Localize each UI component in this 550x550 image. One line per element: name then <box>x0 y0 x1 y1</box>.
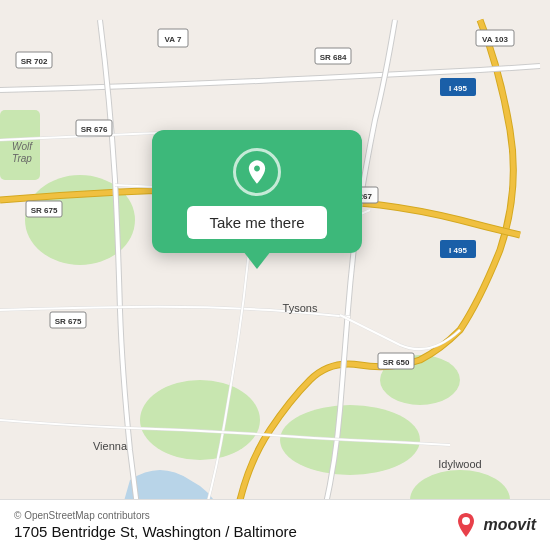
bottom-bar: © OpenStreetMap contributors 1705 Bentri… <box>0 499 550 550</box>
svg-text:SR 675: SR 675 <box>55 317 82 326</box>
svg-text:Trap: Trap <box>12 153 32 164</box>
svg-text:VA 7: VA 7 <box>165 35 182 44</box>
svg-text:Idylwood: Idylwood <box>438 458 481 470</box>
svg-point-33 <box>462 517 470 525</box>
svg-text:SR 675: SR 675 <box>31 206 58 215</box>
svg-text:I 495: I 495 <box>449 84 467 93</box>
svg-text:VA 103: VA 103 <box>482 35 508 44</box>
svg-text:Wolf: Wolf <box>12 141 33 152</box>
svg-text:SR 650: SR 650 <box>383 358 410 367</box>
take-me-there-button[interactable]: Take me there <box>187 206 326 239</box>
svg-text:SR 676: SR 676 <box>81 125 108 134</box>
moovit-logo: moovit <box>452 511 536 539</box>
address-text: 1705 Bentridge St, Washington / Baltimor… <box>14 523 297 540</box>
moovit-icon <box>452 511 480 539</box>
map-svg: I 495 I 495 VA 7 SR 702 SR 676 SR 684 <box>0 0 550 550</box>
svg-text:Tysons: Tysons <box>283 302 318 314</box>
svg-point-1 <box>140 380 260 460</box>
svg-text:SR 702: SR 702 <box>21 57 48 66</box>
svg-text:Vienna: Vienna <box>93 440 128 452</box>
bottom-left-info: © OpenStreetMap contributors 1705 Bentri… <box>14 510 297 540</box>
svg-text:I 495: I 495 <box>449 246 467 255</box>
map-container: I 495 I 495 VA 7 SR 702 SR 676 SR 684 <box>0 0 550 550</box>
copyright-text: © OpenStreetMap contributors <box>14 510 297 521</box>
location-pin-icon <box>233 148 281 196</box>
svg-text:SR 684: SR 684 <box>320 53 347 62</box>
moovit-logo-text: moovit <box>484 516 536 534</box>
location-popup: Take me there <box>152 130 362 253</box>
